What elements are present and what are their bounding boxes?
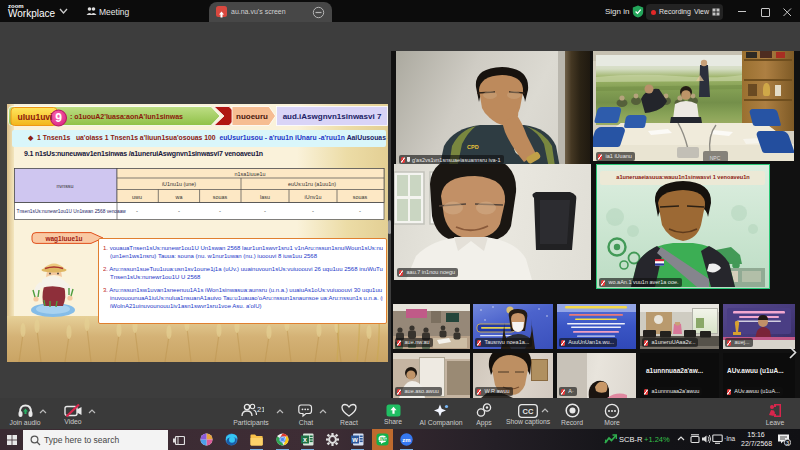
svg-text:-: - bbox=[219, 208, 221, 214]
svg-text:iU1nu1u (une): iU1nu1u (une) bbox=[162, 181, 196, 187]
svg-text:9: 9 bbox=[55, 111, 62, 125]
svg-text:uwu: uwu bbox=[132, 194, 142, 200]
svg-text:souas: souas bbox=[213, 194, 228, 200]
svg-text:LINE: LINE bbox=[377, 437, 387, 442]
svg-text:wag1iuue1u: wag1iuue1u bbox=[44, 235, 82, 243]
svg-text:lasu: lasu bbox=[260, 194, 270, 200]
svg-text:Tnsen1sUs:nunewr1ou1U Un1swan: Tnsen1sUs:nunewr1ou1U Un1swan 2568 venoa… bbox=[17, 209, 127, 214]
svg-text:x: x bbox=[303, 436, 307, 443]
svg-text:wa: wa bbox=[175, 194, 183, 200]
svg-text:-: - bbox=[359, 208, 361, 214]
svg-text:iUnv1u: iUnv1u bbox=[305, 194, 322, 200]
svg-text:-: - bbox=[136, 208, 138, 214]
svg-text:CC: CC bbox=[523, 407, 534, 416]
svg-text:w: w bbox=[351, 436, 358, 443]
svg-text:zm: zm bbox=[402, 437, 410, 443]
svg-text:souas: souas bbox=[353, 194, 368, 200]
svg-text:3: 3 bbox=[786, 440, 789, 446]
svg-text:nvnssu: nvnssu bbox=[56, 183, 73, 189]
svg-text:n1sa1iuue1u: n1sa1iuue1u bbox=[235, 171, 266, 177]
svg-text:21: 21 bbox=[257, 405, 264, 414]
svg-text:NPC: NPC bbox=[710, 155, 721, 161]
svg-text:euUs:u1ru (a1uu1n): euUs:u1ru (a1uu1n) bbox=[288, 181, 336, 187]
svg-text:-: - bbox=[178, 208, 180, 214]
svg-text:-: - bbox=[312, 208, 314, 214]
svg-text:-: - bbox=[264, 208, 266, 214]
